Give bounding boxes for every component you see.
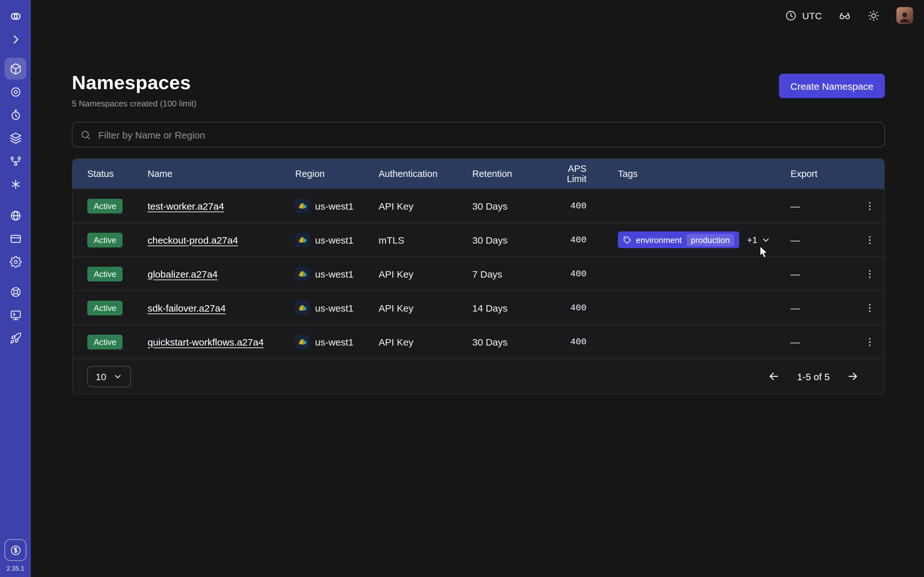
clock-icon [785,9,797,21]
page-subtitle: 5 Namespaces created (100 limit) [72,99,197,108]
status-badge: Active [87,334,123,349]
temporal-logo[interactable] [5,5,26,27]
app-version: 2.35.1 [6,565,24,572]
retention-value: 14 Days [472,302,546,313]
table-row: Active test-worker.a27a4 us-west1 API Ke… [73,189,884,222]
retention-value: 30 Days [472,200,546,211]
status-badge: Active [87,198,123,213]
nav-batch[interactable] [5,127,26,149]
next-page-button[interactable] [845,369,861,384]
table-row: Active quickstart-workflows.a27a4 us-wes… [73,324,884,358]
page-title: Namespaces [72,71,197,95]
row-menu-button[interactable] [862,198,878,214]
app: 2.35.1 UTC Namespaces 5 Namespaces creat… [0,0,924,577]
column-header-tags: Tags [586,169,790,179]
nav-docs[interactable] [5,304,26,326]
authentication-value: API Key [379,336,472,347]
usage-button[interactable] [5,539,26,561]
nav-settings[interactable] [5,251,26,272]
lifebuoy-icon [9,285,21,298]
nav-billing[interactable] [5,227,26,250]
user-avatar[interactable] [897,7,913,24]
row-menu-button[interactable] [862,334,878,350]
table-footer: 10 1-5 of 5 [73,358,884,394]
export-value: — [790,200,855,211]
tags-expand-button[interactable] [760,234,772,246]
nav-workflows[interactable] [5,81,26,103]
column-header-export: Export [790,169,855,179]
tag-value: production [686,234,734,246]
retention-value: 7 Days [472,268,546,279]
gcp-icon [295,335,309,349]
filter-input[interactable] [97,129,877,141]
nav-getting-started[interactable] [5,327,26,349]
kebab-icon [864,268,875,279]
column-header-authentication: Authentication [379,169,472,179]
chevron-down-icon [113,372,122,381]
status-badge: Active [87,266,123,281]
namespace-link[interactable]: sdk-failover.a27a4 [148,302,226,313]
retention-value: 30 Days [472,234,546,245]
tag-pill[interactable]: environment production [618,231,740,248]
export-value: — [790,302,855,313]
labs-button[interactable] [838,9,851,21]
prev-page-button[interactable] [766,369,782,384]
nav-nexus[interactable] [5,173,26,195]
pagination: 1-5 of 5 [766,369,861,384]
region-label: us-west1 [315,268,354,279]
aps-limit-value: 400 [546,269,586,279]
authentication-value: API Key [379,302,472,313]
nav-namespaces[interactable] [5,58,26,79]
row-menu-button[interactable] [862,266,878,282]
column-header-retention: Retention [472,169,546,179]
authentication-value: mTLS [379,234,472,245]
region-label: us-west1 [315,302,354,313]
sidebar-expand-button[interactable] [5,28,26,50]
workflow-icon [9,155,21,167]
gcp-icon [295,267,309,281]
arrow-left-icon [767,370,780,383]
tags-cell: environment production +1 [586,231,790,248]
pagination-range: 1-5 of 5 [797,371,830,382]
globe-icon [9,210,21,221]
namespace-link[interactable]: checkout-prod.a27a4 [148,234,238,245]
table-row: Active globalizer.a27a4 us-west1 API Key… [73,256,884,290]
nav-account[interactable] [5,205,26,226]
nav-support[interactable] [5,281,26,303]
credit-card-icon [9,232,21,245]
timezone-button[interactable]: UTC [785,9,822,21]
rocket-icon [9,332,21,344]
nav-schedules[interactable] [5,104,26,126]
export-value: — [790,268,855,279]
namespace-link[interactable]: globalizer.a27a4 [148,268,218,279]
kebab-icon [864,336,875,347]
region-label: us-west1 [315,234,354,245]
search-icon [80,129,91,140]
aps-limit-value: 400 [546,337,586,347]
glasses-icon [838,9,851,21]
page-size-select[interactable]: 10 [87,366,131,387]
table-header: Status Name Region Authentication Retent… [73,159,884,189]
aps-limit-value: 400 [546,201,586,211]
gear-icon [9,255,21,268]
page-header: Namespaces 5 Namespaces created (100 lim… [72,71,885,108]
page-size-value: 10 [95,371,106,382]
status-badge: Active [87,300,123,315]
gcp-icon [295,301,309,315]
aps-limit-value: 400 [546,235,586,245]
target-icon [9,85,21,98]
row-menu-button[interactable] [862,300,878,316]
namespace-link[interactable]: test-worker.a27a4 [148,200,224,211]
chevron-right-icon [9,33,21,45]
namespace-link[interactable]: quickstart-workflows.a27a4 [148,336,264,347]
create-namespace-button[interactable]: Create Namespace [779,74,885,98]
nav-deployments[interactable] [5,150,26,172]
layers-icon [9,132,21,144]
column-header-name: Name [148,169,295,179]
kebab-icon [864,234,875,245]
row-menu-button[interactable] [862,232,878,248]
theme-toggle-button[interactable] [867,9,880,21]
topbar: UTC [31,0,924,31]
dollar-circle-icon [9,544,21,556]
arrow-right-icon [846,370,859,383]
